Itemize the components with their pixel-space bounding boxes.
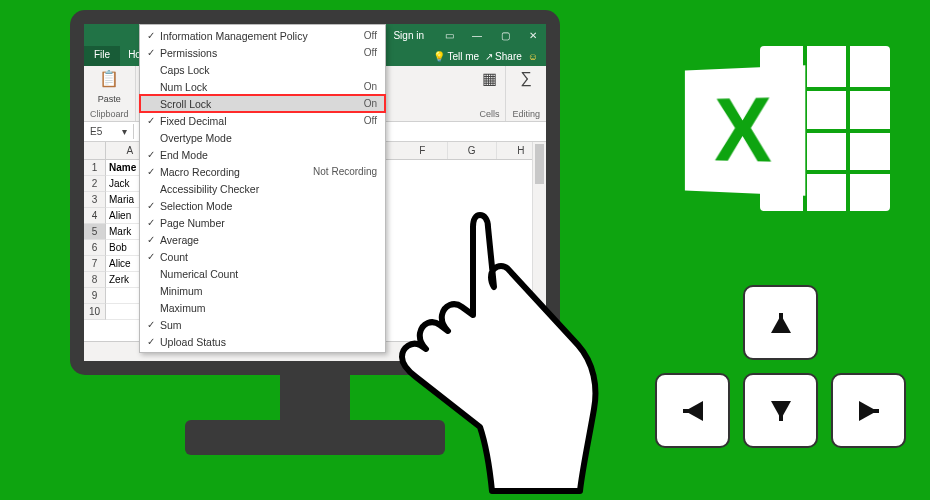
menu-item-label: Count <box>160 251 377 263</box>
row-header[interactable]: 3 <box>84 192 106 208</box>
paste-button[interactable]: Paste <box>98 94 121 104</box>
col-header-g[interactable]: G <box>448 142 497 159</box>
row-header[interactable]: 8 <box>84 272 106 288</box>
menu-item-label: Num Lock <box>160 81 364 93</box>
row-header[interactable]: 7 <box>84 256 106 272</box>
menu-item-label: Sum <box>160 319 377 331</box>
row-header[interactable]: 2 <box>84 176 106 192</box>
checkmark-icon: ✓ <box>142 251 160 262</box>
row-header[interactable]: 9 <box>84 288 106 304</box>
share-icon: ↗ <box>485 51 493 62</box>
menu-item-label: Information Management Policy <box>160 30 364 42</box>
menu-item[interactable]: ✓PermissionsOff <box>140 44 385 61</box>
menu-item[interactable]: ✓Sum <box>140 316 385 333</box>
menu-item-value: On <box>364 98 377 109</box>
scrollbar-thumb[interactable] <box>535 144 544 184</box>
menu-item-label: Minimum <box>160 285 377 297</box>
ribbon-display-options-icon[interactable]: ▭ <box>440 30 458 41</box>
cells-group-label: Cells <box>479 109 499 119</box>
ribbon-group-cells: ▦ Cells <box>473 66 506 121</box>
row-header[interactable]: 6 <box>84 240 106 256</box>
menu-item-label: Fixed Decimal <box>160 115 364 127</box>
excel-logo-x: X <box>685 65 805 196</box>
monitor-stand-neck <box>280 370 350 430</box>
row-header[interactable]: 1 <box>84 160 106 176</box>
menu-item-label: Macro Recording <box>160 166 313 178</box>
menu-item-label: Accessibility Checker <box>160 183 377 195</box>
menu-item-label: Average <box>160 234 377 246</box>
menu-item-label: Numerical Count <box>160 268 377 280</box>
chevron-down-icon[interactable]: ▾ <box>122 126 127 137</box>
menu-item[interactable]: Num LockOn <box>140 78 385 95</box>
cells-icon[interactable]: ▦ <box>482 69 497 88</box>
menu-item[interactable]: Minimum <box>140 282 385 299</box>
menu-item[interactable]: ✓Page Number <box>140 214 385 231</box>
down-arrow-key <box>743 373 818 448</box>
hand-cursor-graphic <box>370 195 610 495</box>
editing-icon[interactable]: ∑ <box>521 69 532 87</box>
menu-item[interactable]: ✓Macro RecordingNot Recording <box>140 163 385 180</box>
menu-item-label: Selection Mode <box>160 200 377 212</box>
menu-item-label: Upload Status <box>160 336 377 348</box>
checkmark-icon: ✓ <box>142 319 160 330</box>
menu-item[interactable]: ✓Fixed DecimalOff <box>140 112 385 129</box>
menu-item-label: Scroll Lock <box>160 98 364 110</box>
right-arrow-key <box>831 373 906 448</box>
select-all-corner[interactable] <box>84 142 106 159</box>
checkmark-icon: ✓ <box>142 217 160 228</box>
lightbulb-icon: 💡 <box>433 51 445 62</box>
checkmark-icon: ✓ <box>142 200 160 211</box>
row-header[interactable]: 5 <box>84 224 106 240</box>
name-box[interactable]: E5 ▾ <box>84 124 134 139</box>
up-arrow-key <box>743 285 818 360</box>
menu-item[interactable]: Caps Lock <box>140 61 385 78</box>
menu-item-value: On <box>364 81 377 92</box>
menu-item[interactable]: Numerical Count <box>140 265 385 282</box>
share-button[interactable]: ↗Share <box>485 46 522 66</box>
left-arrow-key <box>655 373 730 448</box>
menu-item-label: End Mode <box>160 149 377 161</box>
checkmark-icon: ✓ <box>142 234 160 245</box>
clipboard-group-label: Clipboard <box>90 109 129 119</box>
menu-item[interactable]: ✓Count <box>140 248 385 265</box>
menu-item[interactable]: Scroll LockOn <box>140 95 385 112</box>
sign-in-link[interactable]: Sign in <box>393 30 424 41</box>
menu-item[interactable]: Overtype Mode <box>140 129 385 146</box>
ribbon-group-editing: ∑ Editing <box>506 66 546 121</box>
menu-item[interactable]: ✓End Mode <box>140 146 385 163</box>
ribbon-group-clipboard: 📋 Paste Clipboard <box>84 66 136 121</box>
menu-item-value: Not Recording <box>313 166 377 177</box>
checkmark-icon: ✓ <box>142 115 160 126</box>
minimize-button[interactable]: — <box>468 30 486 41</box>
menu-item-label: Maximum <box>160 302 377 314</box>
maximize-button[interactable]: ▢ <box>496 30 514 41</box>
close-button[interactable]: ✕ <box>524 30 542 41</box>
row-header[interactable]: 4 <box>84 208 106 224</box>
arrow-keys-graphic <box>655 285 915 475</box>
menu-item[interactable]: ✓Selection Mode <box>140 197 385 214</box>
excel-logo: X <box>680 38 890 223</box>
tab-file[interactable]: File <box>84 46 120 66</box>
checkmark-icon: ✓ <box>142 336 160 347</box>
menu-item-value: Off <box>364 47 377 58</box>
statusbar-customize-menu: ✓Information Management PolicyOff✓Permis… <box>139 24 386 353</box>
menu-item-value: Off <box>364 115 377 126</box>
menu-item[interactable]: ✓Information Management PolicyOff <box>140 27 385 44</box>
tell-me-search[interactable]: 💡Tell me <box>433 46 479 66</box>
col-header-f[interactable]: F <box>398 142 447 159</box>
menu-item-label: Permissions <box>160 47 364 59</box>
menu-item[interactable]: ✓Average <box>140 231 385 248</box>
menu-item[interactable]: ✓Upload Status <box>140 333 385 350</box>
menu-item-label: Caps Lock <box>160 64 377 76</box>
row-header[interactable]: 10 <box>84 304 106 320</box>
editing-group-label: Editing <box>512 109 540 119</box>
paste-icon[interactable]: 📋 <box>99 69 119 88</box>
checkmark-icon: ✓ <box>142 47 160 58</box>
menu-item-label: Overtype Mode <box>160 132 377 144</box>
checkmark-icon: ✓ <box>142 30 160 41</box>
menu-item-value: Off <box>364 30 377 41</box>
menu-item[interactable]: Accessibility Checker <box>140 180 385 197</box>
menu-item[interactable]: Maximum <box>140 299 385 316</box>
smiley-icon[interactable]: ☺ <box>528 46 538 66</box>
checkmark-icon: ✓ <box>142 166 160 177</box>
